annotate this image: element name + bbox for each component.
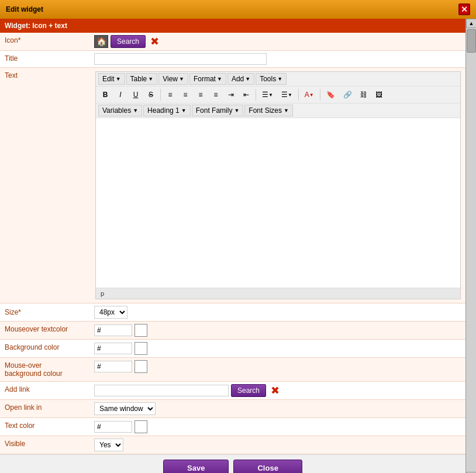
background-color-input[interactable] (94, 343, 132, 354)
title-label: Title (0, 51, 91, 66)
text-editor: Edit ▼ Table ▼ View ▼ Format ▼ Add ▼ Too… (95, 71, 461, 299)
icon-field: 🏠 Search ✖ (91, 33, 465, 50)
scrollbar-thumb[interactable] (467, 29, 476, 53)
visible-row: Visible Yes No (0, 436, 465, 454)
home-icon: 🏠 (94, 35, 108, 48)
link-delete-button[interactable]: ✖ (271, 384, 280, 397)
background-color-field (91, 340, 465, 357)
mouseover-textcolor-swatch[interactable] (134, 324, 147, 337)
add-link-field: Search ✖ (91, 382, 465, 399)
title-bar: Edit widget ✕ (0, 0, 476, 19)
text-color-label: Text color (0, 418, 91, 433)
font-family-chevron: ▼ (234, 108, 239, 113)
editor-menu-bar: Edit ▼ Table ▼ View ▼ Format ▼ Add ▼ Too… (96, 72, 460, 87)
add-link-row: Add link Search ✖ (0, 382, 465, 400)
scroll-up-arrow[interactable]: ▲ (466, 19, 476, 28)
underline-button[interactable]: U (129, 88, 143, 102)
save-button[interactable]: Save (163, 460, 229, 473)
visible-field: Yes No (91, 436, 465, 454)
mouseover-bg-swatch[interactable] (134, 360, 147, 373)
visible-select[interactable]: Yes No (94, 439, 123, 451)
title-input[interactable] (94, 53, 267, 65)
font-sizes-chevron: ▼ (284, 108, 289, 113)
outdent-button[interactable]: ⇤ (239, 88, 253, 102)
align-right-button[interactable]: ≡ (194, 88, 208, 102)
sep1 (160, 89, 161, 101)
strikethrough-button[interactable]: S (144, 88, 158, 102)
icon-row: Icon* 🏠 Search ✖ (0, 33, 465, 51)
image-button[interactable]: 🖼 (372, 88, 386, 102)
open-link-field: Same window New window (91, 400, 465, 417)
heading-chevron: ▼ (181, 108, 187, 113)
open-link-select[interactable]: Same window New window (94, 402, 156, 415)
bullet-list-button[interactable]: ☰ ▼ (258, 88, 277, 102)
add-link-label: Add link (0, 382, 91, 397)
title-row: Title (0, 51, 465, 68)
text-color-input[interactable] (94, 421, 132, 433)
window-title: Edit widget (6, 5, 43, 13)
visible-label: Visible (0, 436, 91, 451)
add-link-input[interactable] (94, 385, 229, 396)
menu-edit[interactable]: Edit ▼ (98, 73, 125, 85)
link-search-button[interactable]: Search (231, 384, 266, 397)
align-justify-button[interactable]: ≡ (209, 88, 223, 102)
sep2 (256, 89, 256, 101)
background-color-row: Background color (0, 340, 465, 358)
bold-button[interactable]: B (98, 88, 112, 102)
anchor-button[interactable]: 🔖 (323, 88, 339, 102)
size-label: Size* (0, 305, 91, 320)
close-button[interactable]: Close (233, 460, 302, 473)
mouseover-textcolor-input[interactable] (94, 324, 132, 336)
link-button[interactable]: 🔗 (340, 88, 356, 102)
text-color-row: Text color (0, 418, 465, 436)
menu-tools[interactable]: Tools ▼ (256, 73, 287, 85)
mouseover-textcolor-field (91, 322, 465, 339)
font-sizes-dropdown[interactable]: Font Sizes ▼ (244, 105, 293, 116)
title-field (91, 51, 465, 67)
size-field: 48px 32px 64px 96px (91, 303, 465, 321)
background-color-label: Background color (0, 340, 91, 355)
sep4 (320, 89, 320, 101)
unlink-button[interactable]: ⛓ (357, 88, 371, 102)
format-toolbar: B I U S ≡ ≡ ≡ ≡ ⇥ ⇤ ☰ ▼ (96, 87, 460, 103)
menu-format[interactable]: Format ▼ (189, 73, 226, 85)
widget-header: Widget: Icon + text (0, 19, 465, 33)
sep3 (298, 89, 299, 101)
variables-chevron: ▼ (133, 108, 138, 113)
text-color-swatch[interactable] (134, 420, 147, 433)
mouseover-bg-field (91, 358, 465, 375)
editor-status: p (96, 288, 460, 299)
menu-add[interactable]: Add ▼ (227, 73, 254, 85)
align-center-button[interactable]: ≡ (178, 88, 192, 102)
menu-view[interactable]: View ▼ (158, 73, 188, 85)
editor-body[interactable] (96, 118, 460, 288)
background-color-swatch[interactable] (134, 342, 147, 355)
scrollbar[interactable]: ▲ ▼ (465, 19, 476, 473)
font-family-dropdown[interactable]: Font Family ▼ (192, 105, 244, 116)
size-row: Size* 48px 32px 64px 96px (0, 303, 465, 322)
mouseover-bg-label: Mouse-over background colour (0, 358, 91, 381)
variables-dropdown[interactable]: Variables ▼ (98, 105, 142, 116)
indent-button[interactable]: ⇥ (224, 88, 238, 102)
mouseover-bg-row: Mouse-over background colour (0, 358, 465, 382)
icon-search-button[interactable]: Search (111, 35, 146, 48)
numbered-list-button[interactable]: ☰ ▼ (278, 88, 296, 102)
align-left-button[interactable]: ≡ (163, 88, 177, 102)
italic-button[interactable]: I (113, 88, 127, 102)
heading-dropdown[interactable]: Heading 1 ▼ (143, 105, 191, 116)
font-color-button[interactable]: A ▼ (301, 88, 318, 102)
icon-label: Icon* (0, 33, 91, 48)
open-link-row: Open link in Same window New window (0, 400, 465, 418)
size-select[interactable]: 48px 32px 64px 96px (94, 306, 127, 319)
window-close-button[interactable]: ✕ (458, 4, 470, 15)
secondary-toolbar: Variables ▼ Heading 1 ▼ Font Family ▼ (96, 103, 460, 118)
mouseover-textcolor-label: Mouseover textcolor (0, 322, 91, 337)
text-color-field (91, 418, 465, 436)
text-label: Text (0, 68, 91, 83)
icon-delete-button[interactable]: ✖ (150, 35, 159, 48)
mouseover-textcolor-row: Mouseover textcolor (0, 322, 465, 340)
footer: Save Close (0, 454, 465, 473)
text-row: Text Edit ▼ Table ▼ View ▼ Format ▼ Add … (0, 68, 465, 303)
menu-table[interactable]: Table ▼ (126, 73, 158, 85)
mouseover-bg-input[interactable] (94, 361, 132, 372)
